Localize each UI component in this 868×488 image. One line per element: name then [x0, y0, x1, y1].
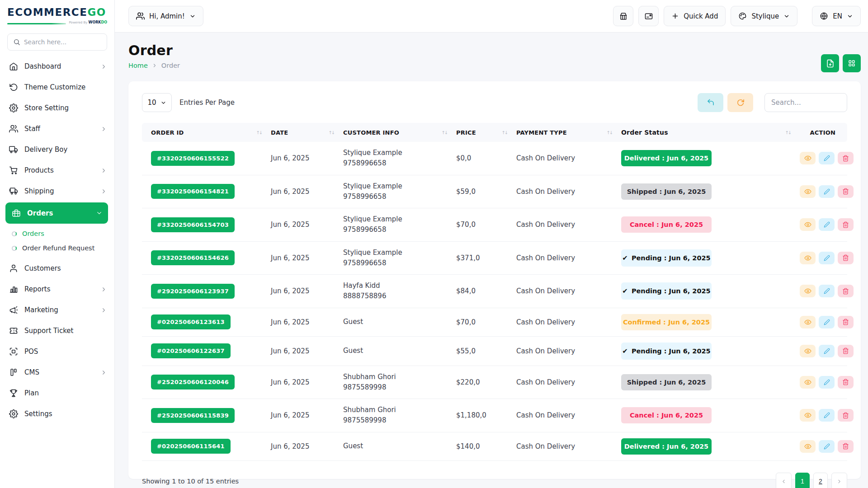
delete-order-button[interactable] [838, 185, 854, 198]
brand-logo[interactable]: ECOMMERCEGO Powered By WORKDO [0, 0, 114, 28]
order-status-badge[interactable]: Confirmed : Jun 6, 2025 [621, 314, 712, 330]
delete-order-button[interactable] [838, 252, 854, 264]
delete-order-button[interactable] [838, 345, 854, 357]
sidebar-search-input[interactable] [24, 38, 101, 46]
sort-icon[interactable]: ↑↓ [501, 130, 507, 135]
sort-icon[interactable]: ↑↓ [606, 130, 612, 135]
sidebar-item-dashboard[interactable]: Dashboard [0, 56, 114, 77]
order-status-badge[interactable]: Cancel : Jun 6, 2025 [621, 407, 712, 423]
view-order-button[interactable] [800, 252, 816, 264]
order-id-badge[interactable]: #3320250606154703 [151, 217, 235, 232]
view-order-button[interactable] [800, 185, 816, 198]
order-status-badge[interactable]: Cancel : Jun 6, 2025 [621, 216, 712, 233]
order-status-badge[interactable]: Shipped : Jun 6, 2025 [621, 374, 712, 390]
order-id-badge[interactable]: #3320250606155522 [151, 151, 235, 166]
delete-order-button[interactable] [838, 152, 854, 164]
sidebar-item-store-setting[interactable]: Store Setting [0, 98, 114, 118]
table-search-input[interactable] [764, 93, 847, 112]
grid-view-button[interactable] [843, 54, 861, 72]
pagination-prev-button[interactable] [776, 473, 792, 488]
sidebar-item-customers[interactable]: Customers [0, 258, 114, 279]
breadcrumb-home-link[interactable]: Home [128, 62, 148, 69]
edit-order-button[interactable] [819, 185, 835, 198]
edit-order-button[interactable] [819, 152, 835, 164]
view-order-button[interactable] [800, 285, 816, 297]
sidebar-item-shipping[interactable]: Shipping [0, 181, 114, 202]
order-id-badge[interactable]: #2520250606115839 [151, 408, 235, 423]
sidebar-item-reports[interactable]: Reports [0, 279, 114, 300]
order-id-badge[interactable]: #020250606122637 [151, 343, 231, 358]
quick-add-button[interactable]: Quick Add [664, 6, 726, 26]
edit-order-button[interactable] [819, 218, 835, 231]
column-header-price[interactable]: PRICE↑↓ [452, 123, 512, 142]
edit-order-button[interactable] [819, 316, 835, 328]
view-order-button[interactable] [800, 152, 816, 164]
order-status-badge[interactable]: Delivered : Jun 6, 2025 [621, 438, 712, 455]
delete-order-button[interactable] [838, 409, 854, 422]
delete-order-button[interactable] [838, 285, 854, 297]
column-header-customer-info[interactable]: CUSTOMER INFO↑↓ [339, 123, 452, 142]
order-status-badge[interactable]: ✔Pending : Jun 6, 2025 [621, 249, 712, 267]
order-id-badge[interactable]: #3320250606154626 [151, 250, 235, 265]
postcard-button[interactable] [638, 6, 659, 26]
refresh-button[interactable] [727, 93, 753, 112]
pagination-page-2[interactable]: 2 [813, 473, 828, 488]
order-id-badge[interactable]: #3320250606154821 [151, 184, 235, 199]
column-header-date[interactable]: DATE↑↓ [266, 123, 339, 142]
view-order-button[interactable] [800, 376, 816, 389]
order-id-badge[interactable]: #2920250606123937 [151, 284, 235, 299]
view-order-button[interactable] [800, 440, 816, 453]
admin-menu-button[interactable]: Hi, Admin! [128, 6, 203, 26]
view-order-button[interactable] [800, 316, 816, 328]
export-button[interactable] [821, 54, 839, 72]
sidebar-item-plan[interactable]: Plan [0, 383, 114, 404]
column-header-order-id[interactable]: ORDER ID↑↓ [142, 123, 266, 142]
order-status-badge[interactable]: Delivered : Jun 6, 2025 [621, 150, 712, 166]
edit-order-button[interactable] [819, 409, 835, 422]
sort-icon[interactable]: ↑↓ [441, 130, 447, 135]
sidebar-item-theme-customize[interactable]: Theme Customize [0, 77, 114, 98]
pagination-next-button[interactable] [831, 473, 847, 488]
sidebar-item-delivery-boy[interactable]: Delivery Boy [0, 139, 114, 160]
theme-selector-button[interactable]: Stylique [731, 6, 797, 26]
sidebar-item-pos[interactable]: POS [0, 341, 114, 362]
column-header-order-status[interactable]: Order Status↑↓ [617, 123, 795, 142]
order-id-badge[interactable]: #020250606123613 [151, 314, 231, 329]
delete-order-button[interactable] [838, 440, 854, 453]
sort-icon[interactable]: ↑↓ [256, 130, 262, 135]
edit-order-button[interactable] [819, 345, 835, 357]
edit-order-button[interactable] [819, 376, 835, 389]
reset-filters-button[interactable] [698, 93, 723, 112]
delete-order-button[interactable] [838, 316, 854, 328]
sidebar-subitem-order-refund-request[interactable]: Order Refund Request [0, 241, 114, 255]
sidebar-item-staff[interactable]: Staff [0, 118, 114, 139]
order-status-badge[interactable]: ✔Pending : Jun 6, 2025 [621, 282, 712, 300]
sort-icon[interactable]: ↑↓ [328, 130, 334, 135]
entries-per-page-select[interactable]: 10 [142, 93, 172, 112]
delete-order-button[interactable] [838, 376, 854, 389]
edit-order-button[interactable] [819, 285, 835, 297]
view-order-button[interactable] [800, 409, 816, 422]
delete-order-button[interactable] [838, 218, 854, 231]
sort-icon[interactable]: ↑↓ [785, 130, 791, 135]
sidebar-item-settings[interactable]: Settings [0, 404, 114, 424]
edit-order-button[interactable] [819, 252, 835, 264]
sidebar-item-marketing[interactable]: Marketing [0, 300, 114, 320]
order-status-badge[interactable]: ✔Pending : Jun 6, 2025 [621, 343, 712, 360]
order-status-badge[interactable]: Shipped : Jun 6, 2025 [621, 183, 712, 200]
sidebar-item-orders[interactable]: Orders [5, 202, 108, 224]
sidebar-item-support-ticket[interactable]: Support Ticket [0, 320, 114, 341]
sidebar-item-cms[interactable]: CMS [0, 362, 114, 383]
view-order-button[interactable] [800, 218, 816, 231]
storefront-button[interactable] [613, 6, 633, 26]
column-header-payment-type[interactable]: PAYMENT TYPE↑↓ [512, 123, 617, 142]
language-selector-button[interactable]: EN [812, 6, 861, 26]
view-order-button[interactable] [800, 345, 816, 357]
sidebar-subitem-orders[interactable]: Orders [0, 226, 114, 241]
pagination-page-1[interactable]: 1 [795, 473, 810, 488]
order-id-badge[interactable]: #2520250606120046 [151, 375, 235, 389]
order-id-badge[interactable]: #020250606115641 [151, 439, 231, 454]
edit-order-button[interactable] [819, 440, 835, 453]
sidebar-search[interactable] [7, 33, 107, 51]
sidebar-item-products[interactable]: Products [0, 160, 114, 181]
